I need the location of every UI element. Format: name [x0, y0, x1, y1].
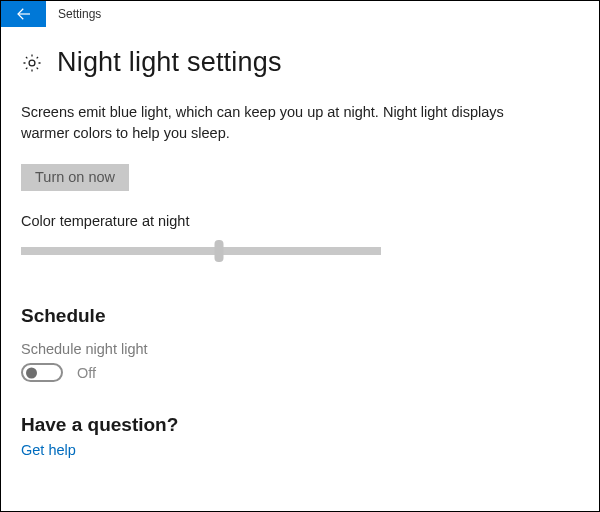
schedule-heading: Schedule [21, 305, 579, 327]
page-header: Night light settings [21, 47, 579, 78]
turn-on-now-button[interactable]: Turn on now [21, 164, 129, 191]
settings-window: Settings Night light settings Screens em… [0, 0, 600, 512]
title-bar-label: Settings [46, 1, 101, 27]
schedule-toggle[interactable] [21, 363, 63, 382]
have-a-question-heading: Have a question? [21, 414, 579, 436]
svg-point-1 [29, 60, 35, 66]
schedule-toggle-label: Schedule night light [21, 341, 579, 357]
slider-track [21, 247, 381, 255]
slider-thumb[interactable] [215, 240, 224, 262]
get-help-link[interactable]: Get help [21, 442, 76, 458]
gear-icon [21, 52, 43, 74]
color-temperature-slider[interactable] [21, 241, 381, 261]
content-area: Night light settings Screens emit blue l… [1, 27, 599, 469]
color-temperature-label: Color temperature at night [21, 213, 579, 229]
title-bar: Settings [1, 1, 599, 27]
toggle-knob-icon [26, 367, 37, 378]
color-temperature-section: Color temperature at night [21, 213, 579, 261]
page-title: Night light settings [57, 47, 282, 78]
back-arrow-icon [15, 5, 33, 23]
page-description: Screens emit blue light, which can keep … [21, 102, 551, 144]
schedule-toggle-state: Off [77, 365, 96, 381]
back-button[interactable] [1, 1, 46, 27]
schedule-toggle-row: Off [21, 363, 579, 382]
